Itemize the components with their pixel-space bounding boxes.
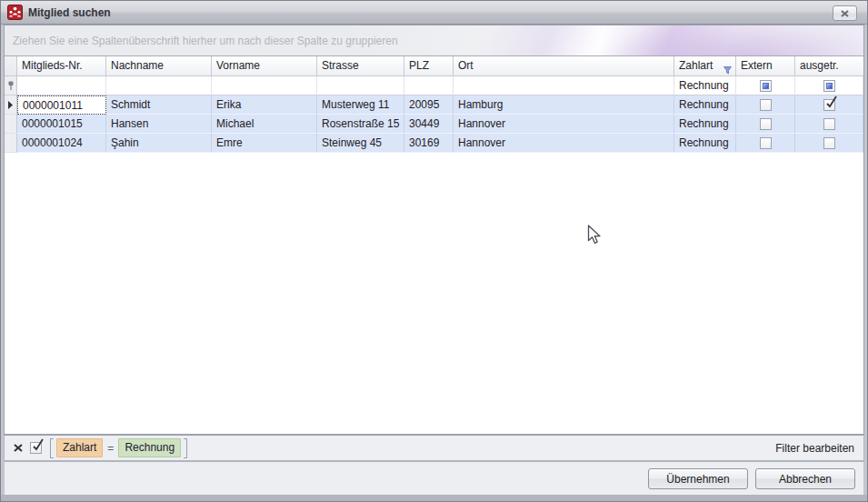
filter-cell-strasse[interactable] [317, 76, 404, 95]
filter-row-pin-icon [7, 81, 15, 91]
window-title: Mitglied suchen [28, 6, 111, 19]
ausgetr-checkbox[interactable] [823, 99, 835, 111]
cell-extern[interactable] [736, 134, 795, 153]
window-titlebar[interactable]: Mitglied suchen [1, 1, 867, 25]
filter-row-indicator [5, 76, 17, 95]
cell-zahlart[interactable]: Rechnung [674, 115, 736, 134]
cell-strasse[interactable]: Musterweg 11 [317, 95, 404, 115]
filter-cell-vorname[interactable] [212, 76, 317, 95]
cell-strasse[interactable]: Rosenstraße 15 [317, 115, 404, 134]
close-button[interactable] [833, 5, 857, 21]
row-indicator-arrow [5, 95, 17, 115]
cell-extern[interactable] [736, 95, 795, 115]
cell-nachname[interactable]: Schmidt [106, 95, 212, 115]
cell-ausgetr[interactable] [795, 95, 863, 115]
filter-cell-mitglieds-nr[interactable] [17, 76, 106, 95]
filter-value-chip[interactable]: Rechnung [118, 438, 181, 457]
ausgetr-checkbox[interactable] [823, 118, 835, 130]
table-row[interactable]: 0000001015 Hansen Michael Rosenstraße 15… [5, 115, 863, 134]
filter-field-chip[interactable]: Zahlart [56, 438, 103, 457]
cell-plz[interactable]: 30449 [404, 115, 454, 134]
current-row-arrow-icon [8, 101, 13, 109]
filter-cell-nachname[interactable] [106, 76, 212, 95]
column-header-ausgetr[interactable]: ausgetr. [795, 56, 863, 76]
filter-cell-ort[interactable] [454, 76, 674, 95]
filter-bracket-right [184, 438, 187, 458]
row-indicator [5, 134, 17, 153]
dialog-footer: Übernehmen Abbrechen [4, 461, 864, 497]
filter-cell-plz[interactable] [404, 76, 454, 95]
cell-nachname[interactable]: Hansen [106, 115, 212, 134]
auto-filter-row: Rechnung [5, 76, 863, 95]
cell-zahlart[interactable]: Rechnung [674, 95, 736, 115]
row-indicator [5, 115, 17, 134]
filter-cell-extern[interactable] [736, 76, 795, 95]
cell-nachname[interactable]: Şahin [106, 134, 212, 153]
clear-filter-x-icon [14, 444, 23, 452]
filter-funnel-icon[interactable] [723, 62, 732, 76]
filter-panel: Zahlart = Rechnung Filter bearbeiten [4, 435, 864, 461]
close-icon [841, 10, 849, 17]
column-header-plz[interactable]: PLZ [404, 56, 454, 76]
table-row[interactable]: 0000001011 Schmidt Erika Musterweg 11 20… [5, 95, 863, 115]
grid-empty-area [5, 153, 863, 434]
column-header-ort[interactable]: Ort [454, 56, 674, 76]
filter-enabled-checkbox[interactable] [30, 442, 42, 454]
filter-cell-ausgetr[interactable] [795, 76, 863, 95]
uebernehmen-button[interactable]: Übernehmen [648, 468, 748, 489]
column-header-strasse[interactable]: Strasse [317, 56, 404, 76]
cell-ausgetr[interactable] [795, 134, 863, 153]
group-by-panel: Ziehen Sie eine Spaltenüberschrift hierh… [5, 25, 863, 56]
column-header-vorname[interactable]: Vorname [212, 56, 317, 76]
filter-operator: = [107, 442, 114, 455]
cell-vorname[interactable]: Emre [212, 134, 317, 153]
column-header-zahlart[interactable]: Zahlart [674, 56, 736, 76]
filter-bracket-left [50, 438, 54, 458]
filter-ausgetr-checkbox[interactable] [823, 80, 835, 92]
column-header-extern[interactable]: Extern [736, 56, 795, 76]
cell-zahlart[interactable]: Rechnung [674, 134, 736, 153]
column-header-nachname[interactable]: Nachname [106, 56, 212, 76]
ausgetr-checkbox[interactable] [823, 137, 835, 149]
extern-checkbox[interactable] [760, 137, 772, 149]
cell-mitglieds-nr[interactable]: 0000001024 [17, 134, 106, 153]
window-bottom-border [1, 495, 867, 501]
filter-cell-zahlart[interactable]: Rechnung [674, 76, 736, 95]
cell-ort[interactable]: Hannover [454, 115, 674, 134]
group-by-hint: Ziehen Sie eine Spaltenüberschrift hierh… [13, 35, 398, 47]
members-icon [7, 5, 23, 20]
member-grid: Ziehen Sie eine Spaltenüberschrift hierh… [4, 25, 864, 435]
extern-checkbox[interactable] [760, 118, 772, 130]
cell-strasse[interactable]: Steinweg 45 [317, 134, 404, 153]
column-header-mitglieds-nr[interactable]: Mitglieds-Nr. [17, 56, 106, 76]
clear-filter-button[interactable] [14, 442, 23, 454]
cell-vorname[interactable]: Michael [212, 115, 317, 134]
cell-mitglieds-nr[interactable]: 0000001015 [17, 115, 106, 134]
table-row[interactable]: 0000001024 Şahin Emre Steinweg 45 30169 … [5, 134, 863, 153]
filter-extern-checkbox[interactable] [760, 80, 772, 92]
cell-ort[interactable]: Hamburg [454, 95, 674, 115]
cell-extern[interactable] [736, 115, 795, 134]
filter-bearbeiten-link[interactable]: Filter bearbeiten [775, 442, 854, 455]
cell-plz[interactable]: 30169 [404, 134, 454, 153]
member-search-dialog: Mitglied suchen Ziehen Sie eine Spaltenü… [0, 0, 868, 502]
cell-ort[interactable]: Hannover [454, 134, 674, 153]
column-header-row: Mitglieds-Nr. Nachname Vorname Strasse P… [5, 56, 863, 76]
extern-checkbox[interactable] [760, 99, 772, 111]
cell-plz[interactable]: 20095 [404, 95, 454, 115]
abbrechen-button[interactable]: Abbrechen [755, 468, 855, 489]
cell-vorname[interactable]: Erika [212, 95, 317, 115]
row-indicator-header [5, 56, 17, 76]
cell-mitglieds-nr[interactable]: 0000001011 [17, 95, 106, 115]
cell-ausgetr[interactable] [795, 115, 863, 134]
